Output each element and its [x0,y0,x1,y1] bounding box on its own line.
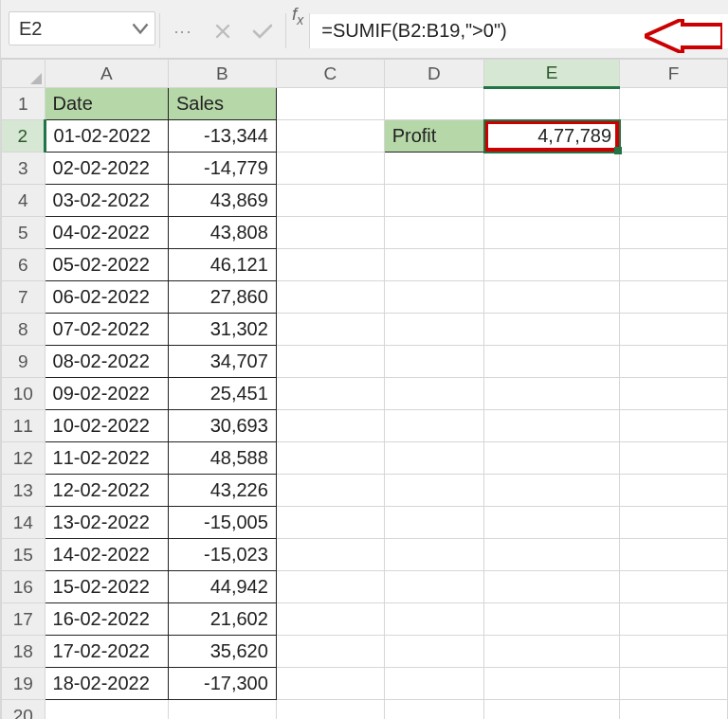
cell[interactable] [484,249,620,281]
cell[interactable] [384,153,484,185]
cell[interactable] [484,700,620,720]
cell[interactable]: 12-02-2022 [45,475,168,507]
cell[interactable] [484,668,620,700]
row-header[interactable]: 3 [2,153,46,185]
cell[interactable] [276,442,384,475]
cell[interactable] [276,700,384,720]
cell[interactable] [484,314,620,346]
cell[interactable] [384,668,484,700]
cell[interactable] [620,571,728,603]
cell[interactable]: 27,860 [168,281,276,314]
cell[interactable] [384,410,484,442]
cell[interactable] [384,475,484,507]
cell-D2-profit-label[interactable]: Profit [384,120,484,153]
grid[interactable]: A B C D E F 1 Date Sales 2 01-02 [1,59,728,719]
cell[interactable]: 04-02-2022 [45,217,168,249]
cell-B1[interactable]: Sales [168,88,276,120]
cell[interactable] [276,153,384,185]
cell[interactable]: 48,588 [168,442,276,475]
cell[interactable] [620,217,728,249]
select-all-corner[interactable] [2,60,46,88]
cell[interactable]: 46,121 [168,249,276,281]
row-header[interactable]: 8 [2,314,46,346]
formula-input[interactable] [310,14,728,48]
cell[interactable] [276,346,384,378]
row-header[interactable]: 14 [2,507,46,539]
cell-E1[interactable] [484,88,620,120]
cell[interactable] [384,700,484,720]
cell[interactable] [384,442,484,475]
cell[interactable] [484,507,620,539]
cell[interactable] [384,217,484,249]
cell-B2[interactable]: -13,344 [168,120,276,153]
row-header[interactable]: 18 [2,636,46,668]
cell[interactable] [276,636,384,668]
cell[interactable] [620,442,728,475]
cell[interactable]: 43,869 [168,185,276,217]
col-header-E[interactable]: E [484,60,620,88]
cancel-icon[interactable] [208,16,238,46]
cell[interactable]: 25,451 [168,378,276,410]
cell[interactable] [276,668,384,700]
cell[interactable]: 21,602 [168,603,276,636]
spreadsheet[interactable]: A B C D E F 1 Date Sales 2 01-02 [1,59,728,719]
cell[interactable] [384,281,484,314]
cell[interactable] [484,153,620,185]
cell[interactable]: -15,005 [168,507,276,539]
cell[interactable] [384,185,484,217]
row-header[interactable]: 7 [2,281,46,314]
name-box[interactable] [9,18,132,40]
cell[interactable] [384,539,484,571]
cell[interactable] [620,475,728,507]
cell[interactable] [620,346,728,378]
row-header[interactable]: 17 [2,603,46,636]
cell[interactable] [620,539,728,571]
row-header[interactable]: 2 [2,120,46,153]
cell[interactable] [620,185,728,217]
cell[interactable]: 43,226 [168,475,276,507]
cell[interactable] [384,603,484,636]
row-header[interactable]: 10 [2,378,46,410]
col-header-A[interactable]: A [45,60,168,88]
cell[interactable]: 30,693 [168,410,276,442]
cell[interactable]: 35,620 [168,636,276,668]
row-header[interactable]: 1 [2,88,46,120]
cell-E2-profit-value[interactable]: 4,77,789 [484,120,620,153]
cell[interactable]: 02-02-2022 [45,153,168,185]
cell[interactable] [276,475,384,507]
cell[interactable] [484,571,620,603]
row-header[interactable]: 5 [2,217,46,249]
cell[interactable] [276,281,384,314]
cell-F1[interactable] [620,88,728,120]
fx-icon[interactable]: fx [292,4,303,58]
cell[interactable]: -15,023 [168,539,276,571]
cell[interactable]: 16-02-2022 [45,603,168,636]
cell[interactable]: 34,707 [168,346,276,378]
cell[interactable] [620,636,728,668]
enter-icon[interactable] [247,16,278,46]
cell[interactable] [276,249,384,281]
cell[interactable] [484,217,620,249]
col-header-F[interactable]: F [620,60,728,88]
cell[interactable] [484,442,620,475]
cell[interactable] [384,507,484,539]
row-header[interactable]: 19 [2,668,46,700]
cell[interactable]: 44,942 [168,571,276,603]
cell[interactable] [276,378,384,410]
cell-A2[interactable]: 01-02-2022 [45,120,168,153]
cell[interactable]: 09-02-2022 [45,378,168,410]
row-header[interactable]: 16 [2,571,46,603]
chevron-down-icon[interactable] [132,20,149,37]
cell-F2[interactable] [620,120,728,153]
cell[interactable] [484,378,620,410]
cell[interactable]: 11-02-2022 [45,442,168,475]
cell[interactable]: 08-02-2022 [45,346,168,378]
more-icon[interactable]: ⋮ [168,16,198,46]
cell[interactable]: -14,779 [168,153,276,185]
cell[interactable] [620,668,728,700]
cell[interactable] [484,539,620,571]
cell[interactable] [620,507,728,539]
cell[interactable] [276,217,384,249]
cell[interactable] [276,571,384,603]
cell[interactable]: 13-02-2022 [45,507,168,539]
